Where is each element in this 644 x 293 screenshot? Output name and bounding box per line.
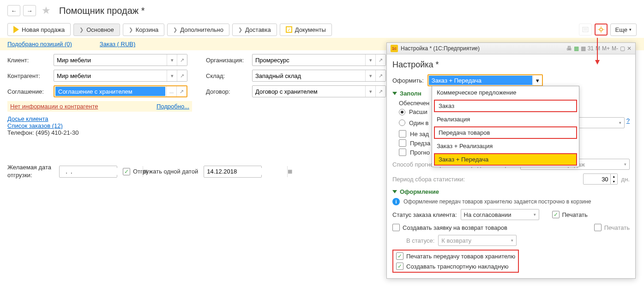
format-dropdown-menu: Коммерческое предложение Заказ Реализаци…	[432, 86, 579, 167]
warning-more-link[interactable]: Подробно...	[156, 103, 189, 110]
instatus-label: В статусе:	[406, 237, 434, 244]
table-icon[interactable]: ▦	[574, 45, 579, 52]
ship-date-field[interactable]: ▦	[204, 166, 262, 178]
dropdown-button[interactable]: ▾	[167, 54, 177, 66]
positions-link[interactable]: Подобрано позиций (0)	[7, 41, 72, 48]
status-label: Статус заказа клиента:	[392, 211, 457, 218]
dd-item-order-sale[interactable]: Заказ + Реализация	[432, 140, 579, 152]
dropdown-button[interactable]: ▾	[365, 86, 375, 97]
period-unit: дн.	[621, 176, 630, 183]
period-label: Период сбора статистики:	[392, 176, 465, 183]
favorite-star-icon[interactable]: ★	[42, 5, 51, 17]
m-plus-icon[interactable]: M+	[602, 45, 610, 52]
radio-one-label: Один в	[409, 120, 428, 126]
radio-one[interactable]	[399, 120, 405, 126]
tab-documents[interactable]: ✓ Документы	[280, 24, 332, 36]
dd-item-order-transfer[interactable]: Заказ + Передача	[434, 153, 577, 166]
counterparty-input[interactable]	[54, 70, 167, 81]
cb-pred[interactable]	[399, 139, 406, 147]
format-dropdown[interactable]: ▾	[427, 74, 543, 86]
open-button[interactable]: ↗	[177, 54, 187, 66]
close-icon[interactable]: ✕	[627, 45, 632, 52]
new-sale-button[interactable]: Новая продажа	[7, 23, 71, 36]
tab-documents-label: Документы	[295, 26, 326, 33]
info-text: Оформление передач товаров хранителю зад…	[403, 198, 591, 205]
design-section-header[interactable]: Оформление	[392, 188, 630, 195]
create-waybill-checkbox[interactable]: ✓	[396, 263, 403, 270]
spinner-up[interactable]: ▲	[611, 174, 617, 179]
date-icon[interactable]: 31	[588, 45, 594, 52]
ship-date-input[interactable]	[204, 168, 287, 175]
m-minus-icon[interactable]: M-	[612, 45, 618, 52]
tab-cart[interactable]: ❯ Корзина	[123, 24, 165, 36]
dd-item-offer[interactable]: Коммерческое предложение	[432, 86, 579, 99]
warehouse-input[interactable]	[253, 70, 365, 81]
dd-item-order[interactable]: Заказ	[434, 100, 577, 112]
dd-item-sale[interactable]: Реализация	[432, 113, 579, 126]
agreement-input[interactable]	[55, 87, 165, 96]
chevron-down-icon: ▾	[511, 238, 513, 243]
calendar-icon[interactable]: ▦	[581, 45, 586, 52]
print2-checkbox	[594, 224, 602, 231]
forward-button[interactable]: →	[23, 5, 36, 16]
radio-extended[interactable]	[399, 109, 405, 115]
agreement-label: Соглашение:	[7, 88, 54, 95]
maximize-icon[interactable]: ▢	[620, 45, 625, 52]
warning-text[interactable]: Нет информации о контрагенте	[10, 103, 98, 110]
org-field[interactable]: ▾ ↗	[252, 54, 386, 66]
org-input[interactable]	[253, 54, 365, 66]
open-button[interactable]: ↗	[375, 70, 385, 81]
chevron-right-icon: ❯	[129, 27, 133, 33]
open-button[interactable]: ↗	[375, 86, 385, 97]
svg-point-3	[600, 28, 602, 31]
cb-noset[interactable]	[399, 130, 406, 138]
dropdown-button[interactable]: ▾	[365, 54, 375, 66]
phone-label: Телефон:	[7, 129, 34, 136]
calendar-icon[interactable]: ▦	[287, 166, 292, 177]
svg-rect-0	[583, 27, 588, 32]
orders-list-link[interactable]: Список заказов (12)	[7, 122, 192, 129]
period-input[interactable]	[583, 173, 611, 185]
cb-prog[interactable]	[399, 149, 406, 156]
spinner-down[interactable]: ▼	[611, 179, 617, 184]
lookup-button[interactable]: ...	[166, 86, 176, 96]
tab-delivery[interactable]: ❯ Доставка	[232, 24, 277, 36]
tab-extra[interactable]: ❯ Дополнительно	[167, 24, 229, 36]
format-input[interactable]	[429, 76, 532, 85]
client-field[interactable]: ▾ ↗	[54, 54, 187, 66]
print-transfer-checkbox[interactable]: ✓	[396, 252, 403, 260]
contract-field[interactable]: ▾ ↗	[252, 85, 386, 97]
desired-date-field[interactable]: ▦	[59, 166, 117, 178]
print2-label: Печатать	[604, 224, 630, 231]
tab-main[interactable]: ❯ Основное	[73, 24, 120, 36]
counterparty-field[interactable]: ▾ ↗	[54, 70, 187, 82]
client-input[interactable]	[54, 54, 167, 66]
status-select[interactable]: На согласовании ▾	[461, 209, 539, 220]
dd-item-transfer[interactable]: Передача товаров	[434, 126, 577, 139]
ship-one-checkbox[interactable]: ✓	[123, 168, 130, 175]
dropdown-toggle[interactable]: ▾	[533, 75, 542, 85]
print-checkbox[interactable]: ✓	[552, 211, 560, 218]
period-spinner[interactable]: ▲ ▼	[611, 173, 618, 185]
panel-header-title: Настройка * (1С:Предприятие)	[401, 45, 480, 52]
dropdown-button[interactable]: ▾	[365, 70, 375, 81]
back-button[interactable]: ←	[7, 5, 20, 16]
warehouse-field[interactable]: ▾ ↗	[252, 70, 386, 82]
dossier-link[interactable]: Досье клиента	[7, 115, 192, 122]
warehouse-label: Склад:	[206, 72, 252, 79]
help-icon[interactable]: ?	[626, 117, 630, 128]
agreement-field[interactable]: ... ↗	[54, 85, 187, 97]
cb-pred-label: Предза	[410, 140, 430, 147]
dropdown-button[interactable]: ▾	[167, 70, 177, 81]
svg-marker-9	[595, 60, 600, 65]
open-button[interactable]: ↗	[176, 86, 187, 96]
chevron-right-icon: ❯	[79, 27, 84, 33]
print-icon[interactable]: 🖶	[566, 45, 572, 52]
more-button[interactable]: Еще ▾	[610, 24, 637, 36]
contract-input[interactable]	[253, 86, 365, 97]
return-checkbox[interactable]	[392, 224, 400, 231]
open-button[interactable]: ↗	[177, 70, 187, 81]
settings-gear-button[interactable]	[595, 24, 608, 36]
order-link[interactable]: Заказ ( RUB)	[100, 41, 135, 48]
open-button[interactable]: ↗	[375, 54, 385, 66]
